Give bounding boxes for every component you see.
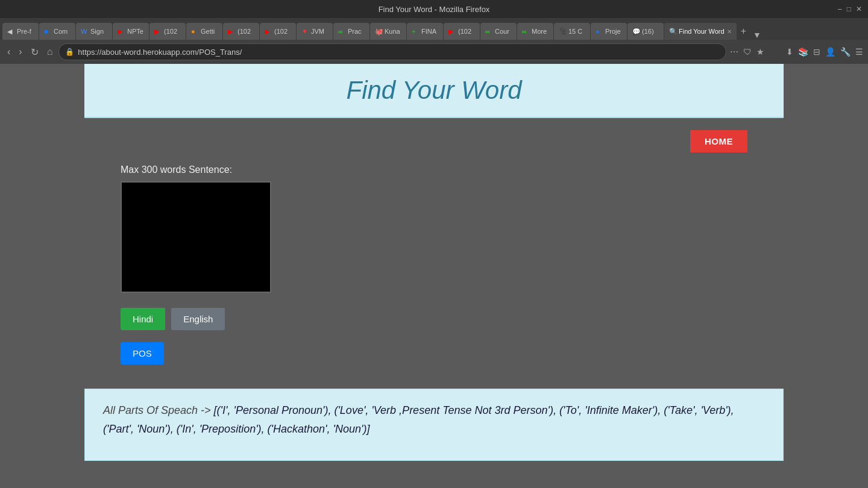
tab-label: (102 — [274, 28, 288, 35]
account-icon[interactable]: 👤 — [825, 47, 835, 57]
home-button[interactable]: ⌂ — [45, 44, 55, 60]
browser-toolbar: ‹ › ↻ ⌂ 🔒 https://about-word.herokuapp.c… — [0, 40, 868, 64]
synced-tabs-icon[interactable]: ⊟ — [813, 47, 820, 57]
tab-label: (102 — [237, 28, 251, 35]
tab-favicon: 💬 — [632, 28, 640, 35]
sentence-label: Max 300 words Sentence: — [121, 164, 747, 175]
tab-label: JVM — [311, 28, 324, 35]
star-icon[interactable]: ★ — [756, 47, 764, 57]
library-icon[interactable]: 📚 — [798, 47, 808, 57]
tab-label: Prac — [348, 28, 362, 35]
tab-favicon: ● — [191, 28, 198, 35]
tab-label: (102 — [458, 28, 471, 35]
tab-cour[interactable]: ∞ Cour — [480, 23, 517, 40]
tab-favicon: ▶ — [154, 28, 162, 35]
tab-label: (102 — [164, 28, 177, 35]
tab-prac[interactable]: ∞ Prac — [333, 23, 370, 40]
tab-close-icon[interactable]: ✕ — [727, 28, 732, 35]
home-btn-container: HOME — [0, 118, 868, 152]
tab-fina[interactable]: + FINA — [407, 23, 443, 40]
home-nav-button[interactable]: HOME — [690, 130, 747, 152]
tab-label: Proje — [605, 28, 621, 35]
tab-label: FINA — [421, 28, 436, 35]
page-title: Find Your Word — [96, 76, 772, 105]
url-text: https://about-word.herokuapp.com/POS_Tra… — [78, 48, 242, 57]
tab-favicon: 🎥 — [559, 28, 566, 35]
tab-favicon: ▶ — [265, 28, 272, 35]
tab-favicon: ▶ — [228, 28, 235, 35]
menu-icon[interactable]: ☰ — [855, 47, 863, 57]
forward-button[interactable]: › — [16, 44, 24, 60]
tab-102d[interactable]: ▶ (102 — [444, 23, 480, 40]
reload-button[interactable]: ↻ — [28, 44, 41, 60]
page-header: Find Your Word — [84, 64, 784, 118]
tab-favicon: ◀ — [7, 28, 14, 35]
results-label: All Parts Of Speach -> — [103, 404, 211, 416]
tab-favicon: ▶ — [448, 28, 456, 35]
tab-102b[interactable]: ▶ (102 — [223, 23, 259, 40]
tab-favicon: ∞ — [338, 28, 345, 35]
close-icon[interactable]: ✕ — [856, 5, 862, 13]
tab-15c[interactable]: 🎥 15 C — [554, 23, 590, 40]
back-button[interactable]: ‹ — [5, 44, 13, 60]
tab-label: (16) — [642, 28, 654, 35]
tab-favicon: ▼ — [301, 28, 309, 35]
tab-favicon: ∞ — [485, 28, 492, 35]
tab-label: Find Your Word — [679, 28, 725, 35]
tab-favicon: + — [412, 28, 419, 35]
tab-label: More — [532, 28, 547, 35]
tab-favicon: 🔍 — [669, 28, 676, 35]
tab-getti[interactable]: ● Getti — [186, 23, 222, 40]
tab-kuna[interactable]: 🐙 Kuna — [370, 23, 406, 40]
security-icon: 🔒 — [65, 48, 74, 56]
results-text: All Parts Of Speach -> [('I', 'Personal … — [103, 401, 765, 438]
address-bar[interactable]: 🔒 https://about-word.herokuapp.com/POS_T… — [58, 43, 726, 60]
tab-label: Cour — [495, 28, 509, 35]
tab-16[interactable]: 💬 (16) — [627, 23, 664, 40]
tab-favicon: ∞ — [522, 28, 529, 35]
page-content: Find Your Word HOME Max 300 words Senten… — [0, 64, 868, 488]
tab-label: Com — [54, 28, 68, 35]
tab-favicon: W — [81, 28, 88, 35]
tab-favicon: ● — [596, 28, 603, 35]
language-buttons: Hindi English — [121, 308, 747, 330]
english-button[interactable]: English — [171, 308, 225, 330]
sentence-input[interactable] — [121, 181, 271, 293]
maximize-icon[interactable]: □ — [847, 5, 851, 13]
results-box: All Parts Of Speach -> [('I', 'Personal … — [84, 389, 784, 461]
extensions-icon[interactable]: 🔧 — [840, 47, 851, 57]
tab-label: NPTe — [127, 28, 143, 35]
tab-preflight[interactable]: ◀ Pre-f — [2, 23, 39, 40]
minimize-icon[interactable]: – — [838, 5, 842, 13]
more-options-icon[interactable]: ⋯ — [730, 47, 738, 57]
tab-label: 15 C — [568, 28, 582, 35]
tab-npte[interactable]: ▶ NPTe — [113, 23, 149, 40]
toolbar-icons: ⋯ 🛡 ★ ⬇ 📚 ⊟ 👤 🔧 ☰ — [730, 47, 863, 57]
tab-label: Getti — [201, 28, 215, 35]
browser-title: Find Your Word - Mozilla Firefox — [379, 5, 490, 14]
tab-102a[interactable]: ▶ (102 — [149, 23, 186, 40]
pos-button[interactable]: POS — [121, 342, 164, 364]
new-tab-button[interactable]: + — [737, 23, 750, 40]
tab-sign[interactable]: W Sign — [76, 23, 112, 40]
tab-jvm[interactable]: ▼ JVM — [297, 23, 333, 40]
main-section: Max 300 words Sentence: Hindi English PO… — [0, 152, 868, 389]
tab-102c[interactable]: ▶ (102 — [260, 23, 296, 40]
tab-label: Sign — [90, 28, 104, 35]
tab-com[interactable]: ■ Com — [39, 23, 75, 40]
tab-favicon: 🐙 — [375, 28, 382, 35]
tab-favicon: ▶ — [118, 28, 125, 35]
tab-favicon: ■ — [44, 28, 51, 35]
tab-label: Pre-f — [17, 28, 31, 35]
bookmark-icon[interactable]: 🛡 — [743, 47, 752, 57]
download-icon[interactable]: ⬇ — [786, 47, 793, 57]
tab-more[interactable]: ∞ More — [517, 23, 553, 40]
tab-proje[interactable]: ● Proje — [591, 23, 627, 40]
browser-titlebar: Find Your Word - Mozilla Firefox – □ ✕ — [0, 0, 868, 18]
tab-findyourword[interactable]: 🔍 Find Your Word ✕ — [664, 23, 737, 40]
titlebar-controls: – □ ✕ — [838, 5, 862, 13]
tab-label: Kuna — [385, 28, 400, 35]
tab-list-button[interactable]: ▼ — [750, 30, 764, 40]
hindi-button[interactable]: Hindi — [121, 308, 165, 330]
browser-tabs: ◀ Pre-f ■ Com W Sign ▶ NPTe ▶ (102 ● Get… — [0, 18, 868, 40]
